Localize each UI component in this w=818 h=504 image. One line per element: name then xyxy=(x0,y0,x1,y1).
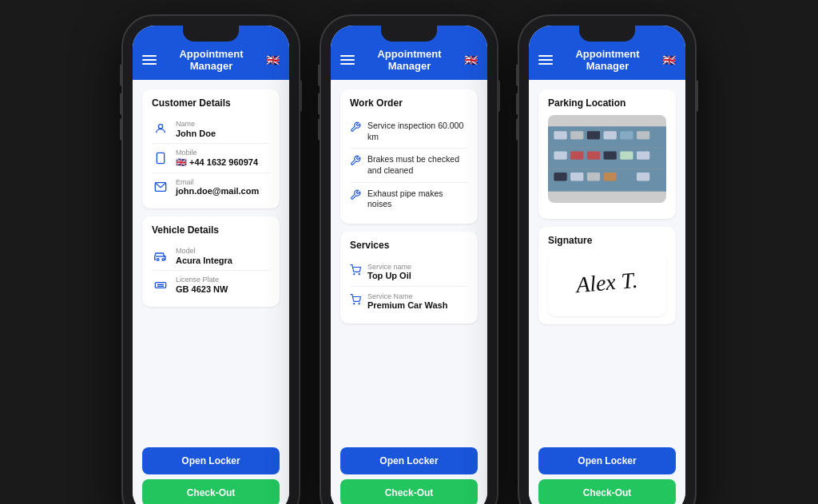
btn-row-3: Open Locker Check-Out xyxy=(529,447,685,504)
mobile-text: Mobile 🇬🇧 +44 1632 960974 xyxy=(176,149,270,168)
hamburger-icon-1[interactable] xyxy=(142,55,157,65)
plate-text: License Plate GB 4623 NW xyxy=(176,276,270,294)
signature-display: Alex T. xyxy=(548,252,666,316)
svg-point-10 xyxy=(359,274,359,275)
work-item-3: Exhaust pipe makes noises xyxy=(350,183,468,216)
flag-icon-2: 🇬🇧 xyxy=(464,54,478,66)
work-item-2: Brakes must be checked and cleaned xyxy=(350,149,468,182)
name-text: Name John Doe xyxy=(176,120,270,138)
svg-rect-1 xyxy=(157,153,164,163)
service-text-2: Service Name Premium Car Wash xyxy=(367,292,447,310)
parking-image xyxy=(548,115,666,203)
plate-row: License Plate GB 4623 NW xyxy=(152,271,270,299)
svg-point-5 xyxy=(162,258,165,260)
work-text-2: Brakes must be checked and cleaned xyxy=(367,154,468,176)
checkout-btn-2[interactable]: Check-Out xyxy=(340,479,478,504)
work-item-1: Service inspection 60.000 km xyxy=(350,115,468,149)
header-title-1: Appointment Manager xyxy=(157,48,266,72)
mobile-row: Mobile 🇬🇧 +44 1632 960974 xyxy=(152,144,270,173)
checkout-btn-3[interactable]: Check-Out xyxy=(538,479,676,504)
parking-title: Parking Location xyxy=(548,97,666,109)
open-locker-btn-3[interactable]: Open Locker xyxy=(538,447,676,474)
customer-title: Customer Details xyxy=(152,97,270,109)
model-text: Model Acura Integra xyxy=(176,247,270,265)
work-text-1: Service inspection 60.000 km xyxy=(367,121,468,142)
open-locker-btn-2[interactable]: Open Locker xyxy=(340,447,478,474)
svg-rect-32 xyxy=(637,173,649,181)
wrench-icon-2 xyxy=(350,155,361,169)
wrench-icon-3 xyxy=(350,189,361,203)
svg-rect-18 xyxy=(587,131,600,139)
model-row: Model Acura Integra xyxy=(152,242,270,271)
svg-rect-29 xyxy=(570,173,583,181)
svg-rect-27 xyxy=(637,151,649,159)
cart-icon-2 xyxy=(350,294,361,308)
svg-point-12 xyxy=(359,304,359,304)
wrench-icon-1 xyxy=(350,121,361,135)
svg-point-11 xyxy=(354,304,355,304)
person-icon xyxy=(152,120,169,137)
checkout-btn-1[interactable]: Check-Out xyxy=(142,479,280,504)
content-3: Parking Location xyxy=(529,80,685,447)
flag-icon-1: 🇬🇧 xyxy=(266,54,280,66)
phone-icon xyxy=(152,149,169,167)
phone-1: Appointment Manager 🇬🇧 Customer Details … xyxy=(123,16,299,504)
content-2: Work Order Service inspection 60.000 km … xyxy=(331,80,487,447)
workorder-card: Work Order Service inspection 60.000 km … xyxy=(340,89,478,224)
service-text-1: Service name Top Up Oil xyxy=(367,263,411,280)
svg-rect-17 xyxy=(570,131,583,139)
svg-rect-31 xyxy=(604,173,617,181)
hamburger-icon-2[interactable] xyxy=(340,55,355,65)
svg-rect-28 xyxy=(554,173,566,181)
svg-rect-21 xyxy=(637,131,649,139)
header-title-2: Appointment Manager xyxy=(355,48,464,72)
flag-icon-3: 🇬🇧 xyxy=(662,54,676,66)
svg-rect-20 xyxy=(620,131,633,139)
phone-3: Appointment Manager 🇬🇧 Parking Location xyxy=(519,16,695,504)
plate-icon xyxy=(152,276,169,294)
svg-point-4 xyxy=(157,258,159,260)
customer-card: Customer Details Name John Doe xyxy=(142,89,280,208)
notch-3 xyxy=(579,26,635,42)
svg-point-0 xyxy=(158,125,162,129)
cart-icon-1 xyxy=(350,264,361,278)
content-1: Customer Details Name John Doe xyxy=(133,80,289,447)
work-text-3: Exhaust pipe makes noises xyxy=(367,189,468,210)
svg-rect-22 xyxy=(554,151,566,159)
workorder-title: Work Order xyxy=(350,97,468,109)
signature-text: Alex T. xyxy=(575,268,639,299)
btn-row-2: Open Locker Check-Out xyxy=(331,447,487,504)
open-locker-btn-1[interactable]: Open Locker xyxy=(142,447,280,474)
signature-title: Signature xyxy=(548,235,666,246)
svg-rect-24 xyxy=(587,151,600,159)
email-icon xyxy=(152,178,169,196)
phone-2: Appointment Manager 🇬🇧 Work Order Servic… xyxy=(321,16,497,504)
service-item-1: Service name Top Up Oil xyxy=(350,257,468,287)
vehicle-title: Vehicle Details xyxy=(152,224,270,236)
scene: Appointment Manager 🇬🇧 Customer Details … xyxy=(107,0,711,504)
svg-rect-30 xyxy=(587,173,600,181)
header-title-3: Appointment Manager xyxy=(553,48,662,72)
parking-card: Parking Location xyxy=(538,89,676,219)
btn-row-1: Open Locker Check-Out xyxy=(133,447,289,504)
svg-point-9 xyxy=(354,274,355,275)
svg-rect-19 xyxy=(604,131,617,139)
service-item-2: Service Name Premium Car Wash xyxy=(350,287,468,315)
name-row: Name John Doe xyxy=(152,115,270,144)
services-card: Services Service name Top Up Oil xyxy=(340,232,478,323)
notch-1 xyxy=(183,26,239,42)
email-row: Email john.doe@mail.com xyxy=(152,173,270,201)
services-title: Services xyxy=(350,240,468,251)
car-icon xyxy=(152,248,169,265)
signature-card: Signature Alex T. xyxy=(538,227,676,324)
hamburger-icon-3[interactable] xyxy=(538,55,553,65)
svg-rect-25 xyxy=(604,151,617,159)
svg-rect-16 xyxy=(554,131,566,139)
svg-rect-23 xyxy=(570,151,583,159)
svg-rect-26 xyxy=(620,151,633,159)
email-text: Email john.doe@mail.com xyxy=(176,178,270,196)
notch-2 xyxy=(381,26,437,42)
vehicle-card: Vehicle Details Model Acura Integra xyxy=(142,216,280,307)
